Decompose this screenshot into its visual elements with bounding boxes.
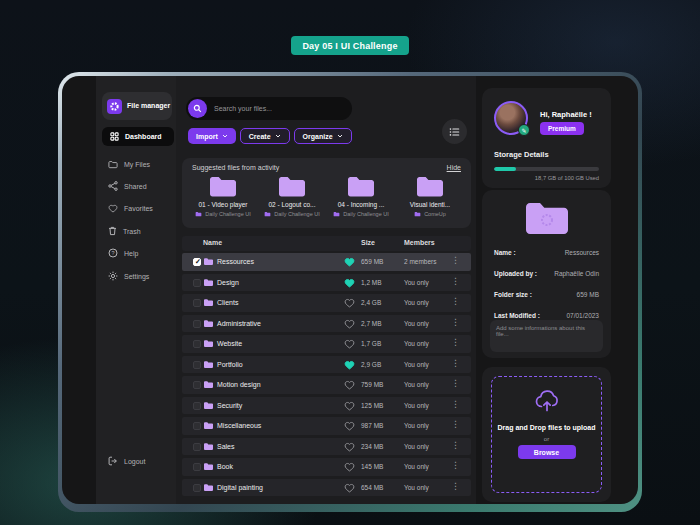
table-row[interactable]: Administrative 2,7 MB You only ⋮ [182,315,471,333]
table-row[interactable]: Website 1,7 GB You only ⋮ [182,335,471,353]
organize-button[interactable]: Organize [294,128,352,144]
greeting: Hi, Raphaëlle ! [540,110,592,119]
list-view-icon [449,127,460,137]
suggested-cards: 01 - Video player Daily Challenge UI 02 … [190,175,463,217]
upload-card[interactable]: Drag and Drop files to upload or Browse [482,367,611,502]
folder-icon [203,483,214,492]
column-size: Size [361,239,375,246]
file-note-input[interactable]: Add some informations about this file... [490,320,603,352]
upload-title: Drag and Drop files to upload [482,424,611,431]
favorite-icon[interactable] [344,278,355,288]
favorite-icon[interactable] [344,442,355,452]
row-menu-icon[interactable]: ⋮ [451,440,460,450]
suggested-card[interactable]: 04 - Incoming ... Daily Challenge UI [328,175,394,217]
sidebar-item-help[interactable]: ? Help [108,246,138,260]
favorite-icon[interactable] [344,483,355,493]
row-menu-icon[interactable]: ⋮ [451,255,460,265]
sidebar-item-dashboard[interactable]: Dashboard [102,127,174,146]
folder-icon [203,401,214,410]
sidebar-item-shared[interactable]: Shared [108,179,147,193]
import-button[interactable]: Import [188,128,236,144]
favorite-icon[interactable] [344,319,355,329]
row-checkbox[interactable] [193,422,201,430]
logout-button[interactable]: Logout [108,454,145,468]
row-menu-icon[interactable]: ⋮ [451,337,460,347]
suggested-panel: Suggested files from activity Hide 01 - … [182,158,471,228]
favorite-icon[interactable] [344,298,355,308]
row-menu-icon[interactable]: ⋮ [451,317,460,327]
table-row[interactable]: Digital painting 654 MB You only ⋮ [182,479,471,497]
heart-icon [108,204,118,213]
favorite-icon[interactable] [344,462,355,472]
row-menu-icon[interactable]: ⋮ [451,296,460,306]
folder-icon [277,175,307,198]
favorite-icon[interactable] [344,360,355,370]
chevron-down-icon [222,134,228,138]
row-menu-icon[interactable]: ⋮ [451,481,460,491]
table-row[interactable]: Clients 2,4 GB You only ⋮ [182,294,471,312]
table-row[interactable]: Portfolio 2,9 GB You only ⋮ [182,356,471,374]
favorite-icon[interactable] [344,257,355,267]
sidebar-item-trash[interactable]: Trash [108,224,141,238]
favorite-icon[interactable] [344,401,355,411]
row-checkbox[interactable] [193,320,201,328]
view-list-button[interactable] [442,119,467,144]
row-checkbox[interactable] [193,484,201,492]
favorite-icon[interactable] [344,339,355,349]
row-checkbox[interactable] [193,463,201,471]
detail-field: Uploaded by : Raphaëlle Odin [494,263,599,284]
favorite-icon[interactable] [344,380,355,390]
row-menu-icon[interactable]: ⋮ [451,358,460,368]
table-row[interactable]: Book 145 MB You only ⋮ [182,458,471,476]
sidebar-item-favorites[interactable]: Favorites [108,201,153,215]
search-icon [188,99,207,118]
details-fields: Name : Ressources Uploaded by : Raphaëll… [494,242,599,326]
suggested-card[interactable]: 01 - Video player Daily Challenge UI [190,175,256,217]
row-menu-icon[interactable]: ⋮ [451,378,460,388]
create-button[interactable]: Create [240,128,290,144]
row-menu-icon[interactable]: ⋮ [451,419,460,429]
row-checkbox[interactable] [193,340,201,348]
main-content: Search your files... Import Create Organ… [176,76,476,504]
browse-button[interactable]: Browse [518,445,576,459]
row-checkbox[interactable] [193,402,201,410]
folder-icon [414,211,421,217]
row-checkbox[interactable] [193,443,201,451]
challenge-badge: Day 05 I UI Challenge [291,36,409,55]
app-logo-icon [107,99,122,114]
table-row[interactable]: Sales 234 MB You only ⋮ [182,438,471,456]
edit-avatar-icon[interactable]: ✎ [518,124,530,136]
row-checkbox[interactable] [193,258,201,266]
row-checkbox[interactable] [193,361,201,369]
folder-icon [203,462,214,471]
hide-link[interactable]: Hide [447,164,461,171]
folder-icon [208,175,238,198]
cloud-upload-icon [533,389,561,417]
table-row[interactable]: Miscellaneous 987 MB You only ⋮ [182,417,471,435]
row-checkbox[interactable] [193,279,201,287]
suggested-card[interactable]: 02 - Logout co... Daily Challenge UI [259,175,325,217]
row-menu-icon[interactable]: ⋮ [451,460,460,470]
table-row[interactable]: Design 1,2 MB You only ⋮ [182,274,471,292]
storage-title: Storage Details [494,150,549,159]
folder-icon [203,278,214,287]
search-placeholder: Search your files... [214,105,272,112]
table-row[interactable]: Security 125 MB You only ⋮ [182,397,471,415]
premium-badge: Premium [540,122,584,135]
sidebar-item-my-files[interactable]: My Files [108,157,150,171]
table-row[interactable]: Motion design 759 MB You only ⋮ [182,376,471,394]
favorite-icon[interactable] [344,421,355,431]
table-row[interactable]: Ressources 659 MB 2 members ⋮ [182,253,471,271]
share-icon [108,181,118,191]
sidebar-item-settings[interactable]: Settings [108,269,149,283]
suggested-card[interactable]: Visual identi... ComeUp [397,175,463,217]
row-menu-icon[interactable]: ⋮ [451,276,460,286]
search-input[interactable]: Search your files... [186,97,352,120]
row-menu-icon[interactable]: ⋮ [451,399,460,409]
folder-icon [264,211,271,217]
row-checkbox[interactable] [193,299,201,307]
column-members: Members [404,239,435,246]
row-checkbox[interactable] [193,381,201,389]
folder-icon [203,360,214,369]
folder-icon [203,442,214,451]
